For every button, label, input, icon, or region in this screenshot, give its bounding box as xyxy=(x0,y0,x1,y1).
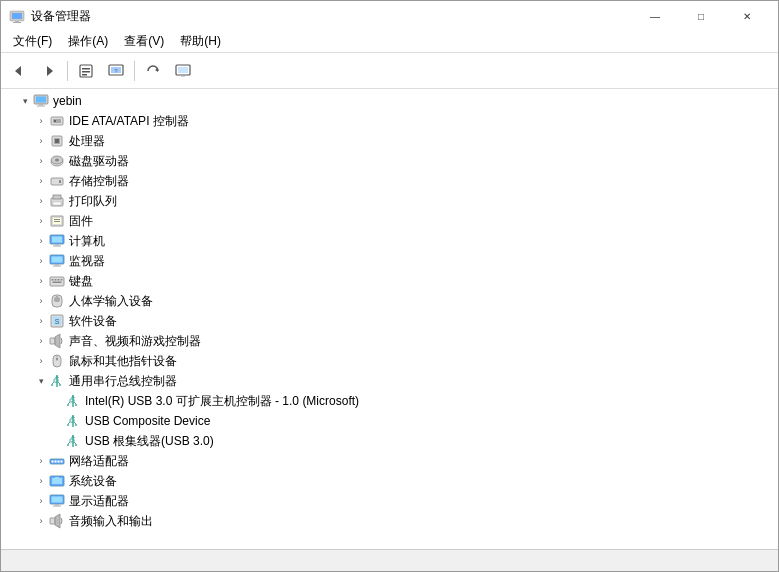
network-label: 网络适配器 xyxy=(69,453,129,470)
minimize-button[interactable]: — xyxy=(632,1,678,31)
audio-io-expander[interactable]: › xyxy=(33,513,49,529)
maximize-button[interactable]: □ xyxy=(678,1,724,31)
tree-item-ide[interactable]: › IDE ATA/ATAPI 控制器 xyxy=(1,111,778,131)
audio-io-label: 音频输入和输出 xyxy=(69,513,153,530)
system-label: 系统设备 xyxy=(69,473,117,490)
print-expander[interactable]: › xyxy=(33,193,49,209)
computer-expander[interactable]: › xyxy=(33,233,49,249)
audio-expander[interactable]: › xyxy=(33,333,49,349)
tree-item-display[interactable]: › 显示适配器 xyxy=(1,491,778,511)
intel-usb-icon xyxy=(65,393,81,409)
usb-expander[interactable]: ▾ xyxy=(33,373,49,389)
svg-rect-41 xyxy=(55,244,59,246)
root-label: yebin xyxy=(53,94,82,108)
toolbar-separator-1 xyxy=(67,61,68,81)
cpu-expander[interactable]: › xyxy=(33,133,49,149)
svg-rect-48 xyxy=(52,279,54,281)
svg-marker-79 xyxy=(71,415,75,418)
software-label: 软件设备 xyxy=(69,313,117,330)
tree-root[interactable]: ▾ yebin xyxy=(1,91,778,111)
keyboard-label: 键盘 xyxy=(69,273,93,290)
mouse-expander[interactable]: › xyxy=(33,353,49,369)
network-expander[interactable]: › xyxy=(33,453,49,469)
computer-item-icon xyxy=(49,233,65,249)
tree-item-software[interactable]: › S 软件设备 xyxy=(1,311,778,331)
tree-item-mouse[interactable]: › 鼠标和其他指针设备 xyxy=(1,351,778,371)
tree-item-usb-hub[interactable]: USB 根集线器(USB 3.0) xyxy=(1,431,778,451)
disk-label: 磁盘驱动器 xyxy=(69,153,129,170)
tree-item-usb-composite[interactable]: USB Composite Device xyxy=(1,411,778,431)
screen-icon xyxy=(175,63,191,79)
svg-line-81 xyxy=(68,422,70,424)
screen-button[interactable] xyxy=(169,57,197,85)
svg-rect-99 xyxy=(55,477,59,479)
svg-rect-19 xyxy=(39,104,43,106)
svg-text:S: S xyxy=(55,318,60,325)
tree-item-hid[interactable]: › 人体学输入设备 xyxy=(1,291,778,311)
svg-line-68 xyxy=(58,382,60,384)
software-expander[interactable]: › xyxy=(33,313,49,329)
close-button[interactable]: ✕ xyxy=(724,1,770,31)
svg-rect-40 xyxy=(52,237,62,243)
system-expander[interactable]: › xyxy=(33,473,49,489)
back-icon xyxy=(11,63,27,79)
menu-view[interactable]: 查看(V) xyxy=(116,31,172,53)
disk-expander[interactable]: › xyxy=(33,153,49,169)
firmware-icon xyxy=(49,213,65,229)
properties-button[interactable] xyxy=(72,57,100,85)
hid-expander[interactable]: › xyxy=(33,293,49,309)
svg-rect-44 xyxy=(52,257,63,263)
svg-marker-72 xyxy=(71,395,75,398)
tree-item-keyboard[interactable]: › 键盘 xyxy=(1,271,778,291)
svg-point-91 xyxy=(75,444,77,446)
ide-label: IDE ATA/ATAPI 控制器 xyxy=(69,113,189,130)
device-tree[interactable]: ▾ yebin › xyxy=(1,89,778,549)
tree-item-system[interactable]: › 系统设备 xyxy=(1,471,778,491)
menu-bar: 文件(F) 操作(A) 查看(V) 帮助(H) xyxy=(1,31,778,53)
forward-button[interactable] xyxy=(35,57,63,85)
menu-help[interactable]: 帮助(H) xyxy=(172,31,229,53)
toolbar: ? xyxy=(1,53,778,89)
tree-item-intel-usb[interactable]: Intel(R) USB 3.0 可扩展主机控制器 - 1.0 (Microso… xyxy=(1,391,778,411)
root-expander[interactable]: ▾ xyxy=(17,93,33,109)
refresh-button[interactable] xyxy=(139,57,167,85)
usb-hub-icon xyxy=(65,433,81,449)
hid-label: 人体学输入设备 xyxy=(69,293,153,310)
svg-rect-49 xyxy=(55,279,57,281)
tree-item-computer[interactable]: › 计算机 xyxy=(1,231,778,251)
back-button[interactable] xyxy=(5,57,33,85)
tree-item-print[interactable]: › 打印队列 xyxy=(1,191,778,211)
mouse-icon xyxy=(49,353,65,369)
svg-rect-30 xyxy=(51,178,63,185)
svg-line-88 xyxy=(68,442,70,444)
storage-icon xyxy=(49,173,65,189)
monitor-expander[interactable]: › xyxy=(33,253,49,269)
update-driver-button[interactable]: ? xyxy=(102,57,130,85)
usb-composite-label: USB Composite Device xyxy=(85,414,210,428)
tree-item-audio-io[interactable]: › 音频输入和输出 xyxy=(1,511,778,531)
menu-action[interactable]: 操作(A) xyxy=(60,31,116,53)
tree-item-firmware[interactable]: › 固件 xyxy=(1,211,778,231)
tree-item-usb[interactable]: ▾ 通用串行总线控制器 xyxy=(1,371,778,391)
display-expander[interactable]: › xyxy=(33,493,49,509)
svg-rect-95 xyxy=(58,461,60,463)
tree-item-storage[interactable]: › 存储控制器 xyxy=(1,171,778,191)
tree-item-disk[interactable]: › 磁盘驱动器 xyxy=(1,151,778,171)
storage-expander[interactable]: › xyxy=(33,173,49,189)
mouse-label: 鼠标和其他指针设备 xyxy=(69,353,177,370)
ide-expander[interactable]: › xyxy=(33,113,49,129)
svg-marker-105 xyxy=(55,514,60,528)
svg-rect-18 xyxy=(36,97,46,103)
tree-item-network[interactable]: › 网络适配器 xyxy=(1,451,778,471)
svg-point-63 xyxy=(56,358,58,360)
keyboard-expander[interactable]: › xyxy=(33,273,49,289)
display-label: 显示适配器 xyxy=(69,493,129,510)
tree-item-audio[interactable]: › 声音、视频和游戏控制器 xyxy=(1,331,778,351)
update-icon: ? xyxy=(108,63,124,79)
usb-hub-label: USB 根集线器(USB 3.0) xyxy=(85,433,214,450)
cpu-label: 处理器 xyxy=(69,133,105,150)
tree-item-cpu[interactable]: › 处理器 xyxy=(1,131,778,151)
menu-file[interactable]: 文件(F) xyxy=(5,31,60,53)
firmware-expander[interactable]: › xyxy=(33,213,49,229)
tree-item-monitor[interactable]: › 监视器 xyxy=(1,251,778,271)
